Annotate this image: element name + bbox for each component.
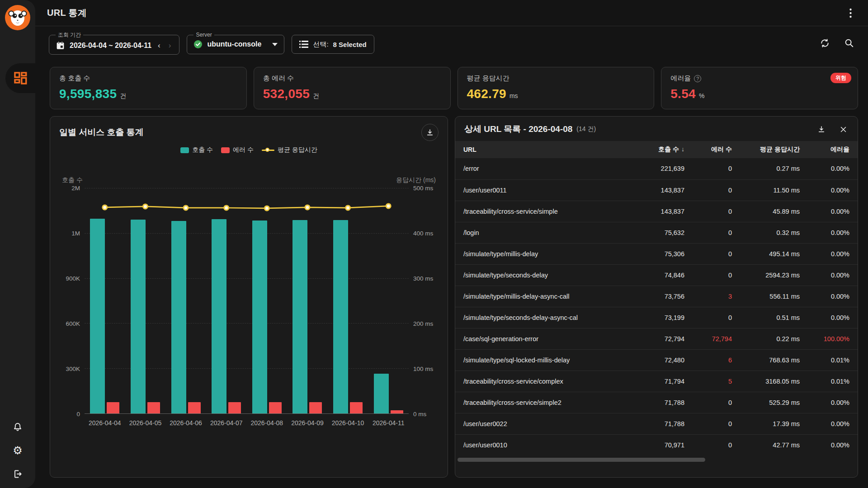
dashboard-grid-icon [13,70,28,86]
column-header[interactable]: 에러율 [808,141,858,158]
cell-calls: 74,846 [632,264,693,286]
sidebar-item-dashboard[interactable] [5,63,35,93]
y-axis-tick: 300 ms [413,275,433,282]
table-row[interactable]: /simulate/type/millis-delay-async-call73… [455,286,858,307]
selection-value: 8 Selected [333,41,367,48]
cell-rate: 0.00% [808,179,858,201]
y-axis-tick: 0 ms [413,411,426,418]
server-select[interactable]: ubuntu-console [193,40,278,49]
table-row[interactable]: /traceability/cross-service/simple271,78… [455,392,858,413]
calls-bar[interactable] [252,221,267,413]
cell-rate: 0.00% [808,243,858,264]
bar-group[interactable] [85,188,125,413]
cell-url: /user/user0011 [455,179,632,201]
chart-download-button[interactable] [421,124,439,141]
kebab-icon [849,8,852,18]
table-row[interactable]: /case/sql-generation-error72,79472,7940.… [455,328,858,349]
panel-close-button[interactable] [838,124,849,135]
bar-group[interactable] [368,188,409,413]
y-axis-tick: 200 ms [413,320,433,327]
cell-url: /error [455,158,632,179]
errors-bar[interactable] [269,402,282,413]
kpi-unit: 건 [120,92,126,100]
help-icon[interactable]: ? [694,75,701,82]
bar-group[interactable] [165,188,206,413]
cell-rate: 0.00% [808,434,858,455]
calls-bar[interactable] [333,220,348,413]
calls-bar[interactable] [171,221,186,413]
column-header[interactable]: 호출 수↓ [632,141,693,158]
table-row[interactable]: /simulate/type/millis-delay75,3060495.14… [455,243,858,264]
table-download-button[interactable] [816,124,827,135]
table-row[interactable]: /login75,63200.32 ms0.00% [455,222,858,243]
bar-group[interactable] [328,188,368,413]
errors-bar[interactable] [228,402,241,413]
table-row[interactable]: /simulate/type/seconds-delay-async-cal73… [455,307,858,328]
errors-bar[interactable] [107,402,119,413]
kpi-unit: % [699,92,704,99]
errors-bar[interactable] [350,402,363,413]
bar-group[interactable] [287,188,328,413]
settings-button[interactable]: ⚙ [12,445,24,456]
calls-bar[interactable] [292,220,307,413]
url-selection-button[interactable]: 선택: 8 Selected [292,35,374,54]
column-header[interactable]: 평균 응답시간 [740,141,808,158]
more-menu-button[interactable] [844,7,856,19]
x-axis-label: 2026-04-06 [165,419,206,427]
table-row[interactable]: /user/user0011143,837011.50 ms0.00% [455,179,858,201]
cell-url: /simulate/type/sql-locked-millis-delay [455,349,632,371]
calls-bar[interactable] [131,220,146,413]
column-header[interactable]: URL [455,141,632,158]
legend-line-swatch [262,147,274,153]
scrollbar-thumb[interactable] [458,458,705,462]
cell-rate: 0.00% [808,307,858,328]
date-range-value[interactable]: 2026-04-04 ~ 2026-04-11 [70,42,151,50]
search-button[interactable] [844,38,854,48]
bar-group[interactable] [206,188,247,413]
errors-bar[interactable] [188,402,201,413]
calls-bar[interactable] [374,374,389,413]
table-row[interactable]: /error221,63900.27 ms0.00% [455,158,858,179]
errors-bar[interactable] [391,410,403,413]
bar-group[interactable] [247,188,288,413]
url-table: URL호출 수↓에러 수평균 응답시간에러율 /error221,63900.2… [455,141,858,455]
legend-item[interactable]: 에러 수 [221,146,254,154]
chart-plot [85,188,409,414]
errors-bar[interactable] [309,402,322,413]
errors-bar[interactable] [147,402,160,413]
server-select-control: Server ubuntu-console [187,32,284,54]
table-row[interactable]: /traceability/cross-service/simple143,83… [455,201,858,222]
kpi-card: 총 호출 수9,595,835건 [50,67,247,109]
kpi-value: 9,595,835 [59,87,117,101]
notifications-button[interactable] [12,421,24,433]
cell-resp: 3168.05 ms [740,371,808,392]
cell-calls: 70,971 [632,434,693,455]
prev-period-button[interactable]: ‹ [156,41,162,50]
server-select-label: Server [193,32,214,38]
logout-button[interactable] [12,468,24,480]
table-row[interactable]: /simulate/type/seconds-delay74,84602594.… [455,264,858,286]
table-row[interactable]: /user/user001070,971042.77 ms0.00% [455,434,858,455]
cell-resp: 525.29 ms [740,392,808,413]
cell-errors: 0 [693,434,740,455]
cell-calls: 71,788 [632,413,693,434]
table-row[interactable]: /traceability/cross-service/complex71,79… [455,371,858,392]
kpi-value: 532,055 [263,87,310,101]
calls-bar[interactable] [90,219,105,413]
cell-rate: 0.00% [808,264,858,286]
kpi-label: 평균 응답시간 [467,74,509,83]
table-row[interactable]: /user/user002271,788017.39 ms0.00% [455,413,858,434]
y-axis-tick: 500 ms [413,185,433,192]
refresh-button[interactable] [819,38,830,48]
app-logo[interactable] [5,5,31,31]
calls-bar[interactable] [212,219,226,413]
column-header[interactable]: 에러 수 [693,141,740,158]
cell-resp: 2594.23 ms [740,264,808,286]
bar-group[interactable] [125,188,166,413]
next-period-button[interactable]: › [167,41,173,50]
table-row[interactable]: /simulate/type/sql-locked-millis-delay72… [455,349,858,371]
legend-item[interactable]: 평균 응답시간 [262,146,317,154]
y-axis-tick: 100 ms [413,366,433,372]
legend-item[interactable]: 호출 수 [180,146,213,154]
y-axis-tick: 600K [66,320,80,327]
